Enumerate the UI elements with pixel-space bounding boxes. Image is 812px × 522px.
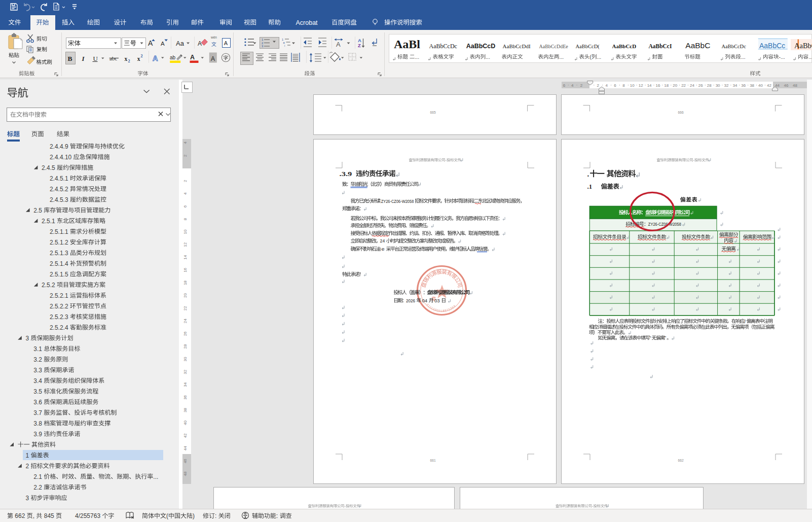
svg-text:8: 8: [622, 83, 625, 88]
svg-text:40: 40: [183, 421, 188, 425]
svg-text:A: A: [148, 39, 153, 47]
svg-text:3.9: 3.9: [33, 431, 44, 438]
svg-text:A: A: [224, 40, 228, 46]
svg-text:...: ...: [415, 54, 419, 60]
svg-text:8: 8: [183, 218, 188, 220]
svg-text:e: e: [380, 246, 386, 252]
svg-text:2.5.1.1: 2.5.1.1: [50, 228, 70, 235]
svg-text:666: 666: [678, 111, 684, 114]
svg-text:3111030018975369: 3111030018975369: [426, 303, 457, 312]
svg-text:A: A: [190, 54, 195, 61]
svg-text:-: -: [445, 158, 447, 162]
svg-text:20: 20: [673, 83, 677, 88]
svg-text:I: I: [82, 55, 85, 62]
svg-text:1: 1: [262, 38, 264, 41]
svg-text:2.5.1: 2.5.1: [42, 218, 57, 225]
svg-text:(: (: [590, 54, 592, 60]
svg-text:4: 4: [571, 83, 574, 88]
svg-text:28: 28: [707, 83, 712, 88]
svg-text:AaBbCcD: AaBbCcD: [612, 43, 637, 49]
svg-text:i: i: [284, 44, 285, 47]
svg-text:3.4: 3.4: [33, 377, 44, 385]
svg-text:AaBbCc: AaBbCc: [759, 42, 785, 50]
svg-text:AaBbCcDdI: AaBbCcDdI: [503, 43, 531, 49]
svg-text:-: -: [693, 158, 694, 162]
svg-text:04: 04: [421, 298, 429, 303]
svg-text:...: ...: [597, 54, 602, 60]
svg-text:2026: 2026: [406, 298, 416, 303]
svg-text:2: 2: [128, 59, 130, 63]
svg-text:36: 36: [183, 395, 188, 399]
svg-text:2.4.5.3: 2.4.5.3: [50, 196, 70, 203]
svg-text:2: 2: [141, 54, 143, 58]
svg-text:12: 12: [639, 83, 643, 88]
svg-text:44: 44: [775, 83, 780, 88]
svg-text:AaBbCcD(: AaBbCcD(: [576, 44, 600, 50]
svg-text:6: 6: [614, 83, 616, 88]
svg-text:2: 2: [262, 42, 264, 45]
svg-text:4: 4: [605, 83, 608, 88]
svg-text:.3.9: .3.9: [340, 170, 352, 178]
svg-text:/: /: [744, 319, 746, 324]
svg-text:16: 16: [183, 267, 188, 272]
svg-text:2.1: 2.1: [33, 473, 44, 480]
svg-text:30: 30: [716, 83, 720, 88]
svg-text:2: 2: [597, 83, 600, 88]
svg-text:662: 662: [678, 459, 684, 462]
svg-text:24: 24: [380, 238, 386, 243]
svg-text:-: -: [344, 504, 346, 508]
svg-text:2.4.5: 2.4.5: [42, 164, 57, 171]
svg-text:AaBbCcDc: AaBbCcDc: [721, 44, 746, 49]
svg-text:36: 36: [741, 83, 746, 88]
svg-text:3.8: 3.8: [33, 420, 44, 427]
svg-text:2: 2: [580, 83, 583, 88]
svg-text:AaBbCcDdEe: AaBbCcDdEe: [539, 44, 569, 49]
svg-text:3.3: 3.3: [33, 367, 44, 374]
svg-text:3.5: 3.5: [33, 388, 44, 395]
svg-text:10: 10: [183, 229, 188, 234]
svg-text:2.5.1.3: 2.5.1.3: [50, 250, 70, 257]
svg-text:48: 48: [793, 83, 797, 88]
svg-text:34: 34: [183, 382, 188, 387]
svg-text:10: 10: [630, 83, 635, 88]
svg-text:...: ...: [560, 54, 564, 60]
svg-text:2.4.5.2: 2.4.5.2: [50, 186, 70, 193]
svg-text:B: B: [68, 55, 72, 62]
svg-text:“: “: [649, 335, 651, 340]
svg-text:wén: wén: [210, 36, 217, 39]
svg-text:40: 40: [758, 83, 763, 88]
svg-text:AaBl: AaBl: [394, 38, 420, 51]
svg-text:26: 26: [698, 83, 703, 88]
svg-text:38: 38: [750, 83, 754, 88]
svg-text:42: 42: [183, 433, 188, 438]
svg-text:30: 30: [183, 357, 188, 361]
svg-text:): ): [193, 512, 195, 519]
svg-text:2.5: 2.5: [33, 207, 44, 214]
svg-text:3.1: 3.1: [33, 345, 44, 353]
svg-text:4: 4: [183, 142, 188, 144]
svg-text:24: 24: [183, 319, 188, 323]
svg-text:-...: -...: [779, 54, 785, 60]
svg-text:845: 845: [42, 512, 56, 519]
svg-text:.: .: [587, 170, 589, 178]
svg-text:2.2: 2.2: [33, 484, 44, 491]
svg-text:34: 34: [732, 83, 737, 88]
svg-text:42: 42: [767, 83, 771, 88]
svg-text:22: 22: [183, 306, 188, 310]
svg-text:28: 28: [183, 344, 188, 349]
svg-text:-: -: [592, 504, 594, 508]
svg-text:x: x: [137, 56, 140, 62]
svg-text:2: 2: [26, 463, 31, 470]
svg-text::: :: [276, 512, 280, 519]
svg-text:U: U: [93, 55, 98, 62]
svg-text:3.2: 3.2: [33, 356, 44, 363]
svg-text:A: A: [198, 40, 202, 47]
svg-text:AaBbCcDc: AaBbCcDc: [429, 43, 457, 50]
svg-text:ab: ab: [170, 55, 176, 60]
svg-text:,: ,: [33, 512, 36, 519]
svg-text:6: 6: [563, 83, 566, 88]
svg-text:2.5.2: 2.5.2: [42, 282, 57, 289]
svg-text:22: 22: [681, 83, 686, 88]
svg-text:AaBbC: AaBbC: [685, 41, 710, 50]
svg-text:16: 16: [655, 83, 660, 88]
